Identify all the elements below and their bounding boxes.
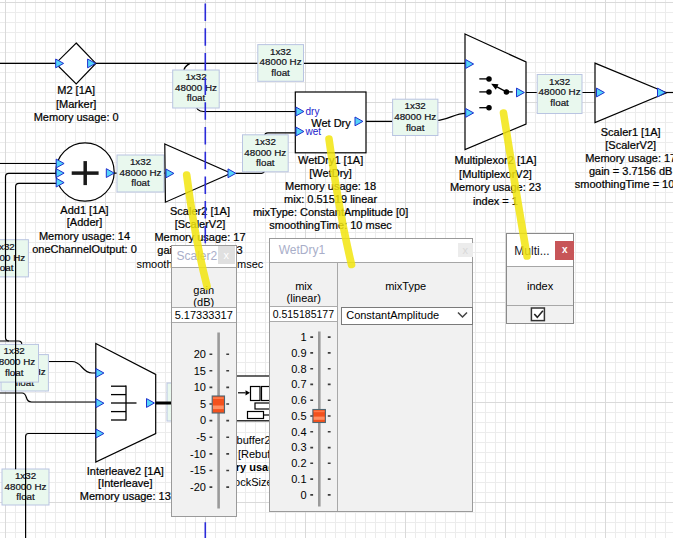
- svg-text:48000 Hz: 48000 Hz: [394, 111, 436, 122]
- svg-text:1: 1: [300, 330, 306, 342]
- svg-text:-10: -10: [190, 447, 206, 459]
- svg-text:0.6: 0.6: [291, 394, 306, 406]
- svg-text:48000 Hz: 48000 Hz: [539, 86, 581, 97]
- svg-text:Memory usage: 13: Memory usage: 13: [80, 490, 171, 502]
- svg-text:[ScalerV2]: [ScalerV2]: [605, 139, 656, 151]
- svg-text:float: float: [0, 262, 14, 273]
- svg-text:Scaler1 [1A]: Scaler1 [1A]: [601, 126, 661, 138]
- svg-text:-15: -15: [190, 464, 206, 476]
- svg-text:Memory usage: 0: Memory usage: 0: [34, 111, 119, 123]
- svg-text:1x32: 1x32: [549, 76, 570, 87]
- svg-text:msec: msec: [237, 258, 264, 270]
- svg-text:[MultiplexorV2]: [MultiplexorV2]: [459, 168, 532, 180]
- svg-text:-5: -5: [196, 431, 206, 443]
- svg-text:48000 Hz: 48000 Hz: [244, 147, 286, 158]
- svg-text:0: 0: [300, 488, 306, 500]
- svg-text:float: float: [5, 367, 24, 378]
- svg-text:mix: 0.51519 linear: mix: 0.51519 linear: [284, 193, 377, 205]
- svg-text:Memory usage: 17: Memory usage: 17: [154, 231, 245, 243]
- svg-text:Multiplexor2 [1A]: Multiplexor2 [1A]: [455, 154, 537, 166]
- svg-text:0.3: 0.3: [291, 441, 306, 453]
- svg-text:0: 0: [199, 414, 205, 426]
- svg-text:[Adder]: [Adder]: [67, 216, 102, 228]
- svg-text:15: 15: [193, 364, 205, 376]
- svg-text:smoothingTime = 10 m: smoothingTime = 10 m: [575, 178, 673, 190]
- svg-text:1x32: 1x32: [255, 136, 276, 147]
- svg-text:index = 1: index = 1: [473, 195, 518, 207]
- svg-text:float: float: [271, 67, 290, 78]
- svg-text:Memory usage: 18: Memory usage: 18: [285, 180, 376, 192]
- svg-text:Memory usage: 14: Memory usage: 14: [39, 230, 130, 242]
- svg-text:-20: -20: [190, 480, 206, 492]
- svg-text:Scaler2 [1A]: Scaler2 [1A]: [170, 205, 230, 217]
- svg-text:dry: dry: [306, 106, 320, 117]
- svg-text:M2 [1A]: M2 [1A]: [57, 84, 95, 96]
- svg-text:[Marker]: [Marker]: [56, 98, 96, 110]
- svg-text:0.2: 0.2: [291, 457, 306, 469]
- svg-text:Memory usage: 17: Memory usage: 17: [585, 152, 673, 164]
- svg-text:1x32: 1x32: [185, 71, 206, 82]
- svg-text:[ScalerV2]: [ScalerV2]: [175, 218, 226, 230]
- svg-text:float: float: [406, 122, 425, 133]
- svg-text:float: float: [187, 92, 206, 103]
- svg-text:0.5: 0.5: [291, 409, 306, 421]
- svg-text:WetDry1 [1A]: WetDry1 [1A]: [298, 154, 363, 166]
- svg-text:float: float: [131, 177, 150, 188]
- svg-text:0.4: 0.4: [291, 425, 306, 437]
- svg-text:0.8: 0.8: [291, 362, 306, 374]
- svg-text:0.7: 0.7: [291, 378, 306, 390]
- svg-text:20: 20: [193, 348, 205, 360]
- svg-text:Add1 [1A]: Add1 [1A]: [60, 204, 108, 216]
- svg-text:48000 Hz: 48000 Hz: [175, 82, 217, 93]
- svg-text:48000 Hz: 48000 Hz: [0, 356, 35, 367]
- svg-text:Memory usage: 23: Memory usage: 23: [450, 181, 541, 193]
- svg-text:1x32: 1x32: [270, 46, 291, 57]
- svg-text:0.1: 0.1: [291, 472, 306, 484]
- svg-text:1x32: 1x32: [405, 100, 426, 111]
- svg-text:0.9: 0.9: [291, 346, 306, 358]
- svg-text:Interleave2 [1A]: Interleave2 [1A]: [87, 465, 164, 477]
- svg-text:smoothingTime: 10 msec: smoothingTime: 10 msec: [269, 219, 392, 231]
- svg-text:smooth: smooth: [136, 258, 172, 270]
- svg-text:mixType: ConstantAmplitude [0]: mixType: ConstantAmplitude [0]: [253, 206, 408, 218]
- svg-text:oneChannelOutput: 0: oneChannelOutput: 0: [32, 243, 137, 255]
- svg-text:10: 10: [193, 381, 205, 393]
- svg-text:float: float: [256, 157, 275, 168]
- svg-text:48000 Hz: 48000 Hz: [120, 167, 162, 178]
- svg-text:Wet Dry: Wet Dry: [311, 117, 351, 129]
- svg-text:float: float: [550, 97, 569, 108]
- svg-text:1x32: 1x32: [4, 345, 25, 356]
- svg-text:gain = 3.7156 dB: gain = 3.7156 dB: [589, 165, 673, 177]
- svg-text:5: 5: [199, 397, 205, 409]
- svg-text:48000 Hz: 48000 Hz: [0, 252, 25, 263]
- svg-text:1x32: 1x32: [0, 241, 15, 252]
- svg-text:48000 Hz: 48000 Hz: [260, 56, 302, 67]
- svg-text:1x32: 1x32: [130, 156, 151, 167]
- svg-text:[Interleave]: [Interleave]: [98, 477, 152, 489]
- svg-text:[WetDry]: [WetDry]: [309, 167, 352, 179]
